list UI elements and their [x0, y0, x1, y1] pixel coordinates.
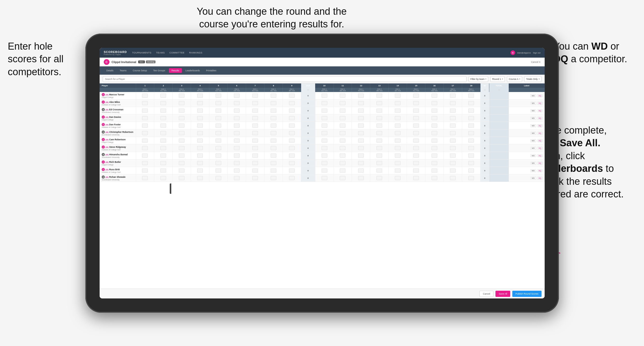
- score-input-hole-15[interactable]: [413, 161, 419, 165]
- score-input-hole-14[interactable]: [395, 153, 401, 158]
- score-cell-hole-4[interactable]: [191, 174, 209, 182]
- dq-button[interactable]: DQ: [537, 162, 543, 165]
- score-cell-hole-1[interactable]: [136, 159, 154, 167]
- score-input-hole-12[interactable]: [358, 139, 364, 143]
- score-input-hole-2[interactable]: [160, 94, 166, 98]
- score-input-hole-5[interactable]: [216, 161, 221, 165]
- score-cell-hole-7[interactable]: [246, 122, 264, 129]
- score-input-hole-2[interactable]: [160, 168, 166, 173]
- wd-button[interactable]: WD: [530, 177, 536, 180]
- score-cell-hole-13[interactable]: [370, 137, 389, 144]
- score-input-hole-12[interactable]: [358, 94, 364, 98]
- score-input-hole-9[interactable]: [289, 146, 295, 150]
- score-input-hole-15[interactable]: [413, 101, 419, 105]
- subnav-details[interactable]: Details: [104, 68, 116, 73]
- score-cell-hole-14[interactable]: [389, 159, 407, 167]
- score-input-hole-16[interactable]: [432, 139, 437, 143]
- score-input-hole-17[interactable]: [450, 146, 456, 150]
- score-cell-hole-10[interactable]: [315, 144, 334, 152]
- score-cell-hole-3[interactable]: [173, 122, 191, 129]
- score-input-hole-15[interactable]: [413, 94, 419, 98]
- score-input-hole-6[interactable]: [234, 131, 240, 135]
- score-input-hole-1[interactable]: [142, 116, 148, 120]
- score-cell-hole-2[interactable]: [154, 137, 173, 144]
- score-input-hole-12[interactable]: [358, 124, 364, 128]
- score-cell-hole-12[interactable]: [352, 114, 370, 122]
- score-cell-hole-10[interactable]: [315, 114, 334, 122]
- score-cell-hole-4[interactable]: [191, 129, 209, 137]
- score-cell-hole-16[interactable]: [425, 107, 444, 114]
- score-input-hole-15[interactable]: [413, 109, 419, 113]
- score-cell-hole-9[interactable]: [283, 92, 301, 99]
- score-cell-hole-15[interactable]: [407, 99, 425, 107]
- score-cell-hole-16[interactable]: [425, 114, 444, 122]
- score-cell-hole-5[interactable]: [209, 174, 228, 182]
- score-cell-hole-3[interactable]: [173, 159, 191, 167]
- score-cell-hole-2[interactable]: [154, 159, 173, 167]
- score-cell-hole-14[interactable]: [389, 107, 407, 114]
- score-cell-hole-13[interactable]: [370, 114, 389, 122]
- course-select[interactable]: Course A ▾: [507, 76, 522, 82]
- score-input-hole-4[interactable]: [197, 139, 203, 143]
- score-cell-hole-8[interactable]: [264, 107, 283, 114]
- score-cell-hole-15[interactable]: [407, 114, 425, 122]
- score-input-hole-9[interactable]: [289, 109, 295, 113]
- score-cell-hole-11[interactable]: [334, 152, 352, 159]
- score-cell-hole-17[interactable]: [444, 122, 462, 129]
- score-input-hole-18[interactable]: [468, 109, 474, 113]
- score-cell-hole-15[interactable]: [407, 167, 425, 174]
- score-input-hole-17[interactable]: [450, 168, 456, 173]
- score-cell-hole-17[interactable]: [444, 144, 462, 152]
- score-input-hole-5[interactable]: [216, 139, 221, 143]
- score-input-hole-14[interactable]: [395, 139, 401, 143]
- score-input-hole-3[interactable]: [179, 124, 184, 128]
- score-cell-hole-15[interactable]: [407, 129, 425, 137]
- score-cell-hole-12[interactable]: [352, 144, 370, 152]
- score-cell-hole-17[interactable]: [444, 129, 462, 137]
- dq-button[interactable]: DQ: [537, 94, 543, 97]
- score-input-hole-12[interactable]: [358, 146, 364, 150]
- score-input-hole-13[interactable]: [376, 153, 382, 158]
- score-cell-hole-9[interactable]: [283, 129, 301, 137]
- score-cell-hole-16[interactable]: [425, 99, 444, 107]
- score-input-hole-8[interactable]: [271, 109, 276, 113]
- wd-button[interactable]: WD: [530, 117, 536, 120]
- score-input-hole-9[interactable]: [289, 124, 295, 128]
- score-cell-hole-17[interactable]: [444, 137, 462, 144]
- score-cell-hole-7[interactable]: [246, 99, 264, 107]
- score-input-hole-13[interactable]: [376, 168, 382, 173]
- score-cell-hole-4[interactable]: [191, 152, 209, 159]
- score-cell-hole-4[interactable]: [191, 137, 209, 144]
- score-cell-hole-9[interactable]: [283, 137, 301, 144]
- score-input-hole-12[interactable]: [358, 153, 364, 158]
- score-input-hole-15[interactable]: [413, 176, 419, 180]
- dq-button[interactable]: DQ: [537, 154, 543, 157]
- score-cell-hole-3[interactable]: [173, 152, 191, 159]
- score-input-hole-8[interactable]: [271, 168, 276, 173]
- score-input-hole-17[interactable]: [450, 116, 456, 120]
- score-cell-hole-6[interactable]: [228, 137, 246, 144]
- score-input-hole-10[interactable]: [322, 109, 327, 113]
- score-input-hole-3[interactable]: [179, 139, 184, 143]
- score-cell-hole-5[interactable]: [209, 167, 228, 174]
- score-cell-hole-9[interactable]: [283, 99, 301, 107]
- score-input-hole-10[interactable]: [322, 146, 327, 150]
- score-input-hole-7[interactable]: [252, 109, 258, 113]
- score-input-hole-18[interactable]: [468, 161, 474, 165]
- score-cell-hole-10[interactable]: [315, 92, 334, 99]
- score-input-hole-18[interactable]: [468, 146, 474, 150]
- cancel-button-top[interactable]: Cancel X: [531, 61, 541, 63]
- score-cell-hole-15[interactable]: [407, 152, 425, 159]
- filter-by-team-select[interactable]: Filter by team ▾: [469, 76, 488, 82]
- score-input-hole-10[interactable]: [322, 124, 327, 128]
- score-cell-hole-9[interactable]: [283, 152, 301, 159]
- score-cell-hole-7[interactable]: [246, 129, 264, 137]
- score-input-hole-1[interactable]: [142, 94, 148, 98]
- score-cell-hole-14[interactable]: [389, 167, 407, 174]
- score-cell-hole-7[interactable]: [246, 159, 264, 167]
- score-input-hole-14[interactable]: [395, 94, 401, 98]
- score-cell-hole-9[interactable]: [283, 122, 301, 129]
- score-cell-hole-8[interactable]: [264, 137, 283, 144]
- score-cell-hole-9[interactable]: [283, 167, 301, 174]
- score-input-hole-7[interactable]: [252, 131, 258, 135]
